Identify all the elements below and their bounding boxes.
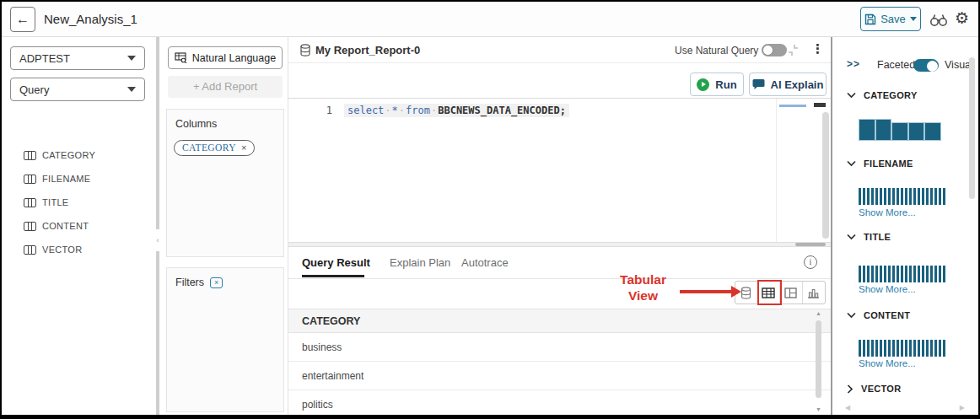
column-list: CATEGORY FILENAME TITLE CONTENT VECTOR — [24, 143, 95, 261]
filters-box-title: Filters — [175, 277, 204, 288]
title-show-more-link[interactable]: Show More... — [859, 284, 916, 294]
result-column-header[interactable]: CATEGORY — [288, 309, 831, 333]
facet-content-header[interactable]: CONTENT — [832, 310, 978, 320]
vertical-splitter[interactable]: ‹ — [154, 37, 161, 415]
minimap-code-mark — [779, 105, 806, 107]
column-item-category[interactable]: CATEGORY — [24, 143, 95, 167]
annotation-highlight-box — [757, 280, 782, 305]
tab-explain-plan[interactable]: Explain Plan — [390, 256, 450, 269]
content-show-more-link[interactable]: Show More... — [859, 358, 916, 368]
tab-autotrace[interactable]: Autotrace — [461, 256, 509, 269]
editor-scrollbar-handle[interactable] — [814, 103, 826, 107]
column-item-label: TITLE — [42, 197, 68, 207]
facet-vector: VECTOR — [832, 384, 978, 394]
facet-filename-header[interactable]: FILENAME — [832, 158, 978, 169]
collapse-editor-icon[interactable] — [787, 44, 800, 56]
result-view-switcher — [735, 281, 826, 304]
save-button-label: Save — [880, 13, 906, 25]
column-item-vector[interactable]: VECTOR — [24, 238, 95, 261]
facet-name: VECTOR — [861, 384, 901, 394]
back-button[interactable]: ← — [10, 7, 35, 32]
facet-title: TITLE — [832, 232, 978, 242]
facet-title-header[interactable]: TITLE — [832, 232, 978, 242]
info-icon[interactable]: i — [804, 255, 817, 269]
facet-name: TITLE — [864, 232, 891, 242]
object-type-dropdown[interactable]: Query — [10, 78, 145, 101]
gear-icon[interactable]: ⚙ — [955, 8, 969, 27]
scrollbar-thumb[interactable] — [969, 57, 975, 199]
column-item-filename[interactable]: FILENAME — [24, 167, 95, 191]
filename-show-more-link[interactable]: Show More... — [859, 207, 916, 218]
scroll-up-icon[interactable]: ▲ — [816, 310, 821, 316]
app-window: ← New_Analysis_1 Save ⚙ ADPTEST Query CA… — [2, 2, 978, 415]
split-view-icon[interactable] — [780, 282, 803, 304]
chip-remove-icon[interactable]: × — [241, 142, 246, 153]
chevron-down-icon — [847, 92, 856, 99]
schema-dropdown[interactable]: ADPTEST — [10, 46, 145, 70]
page-title: New_Analysis_1 — [44, 12, 137, 26]
table-row[interactable]: entertainment — [288, 362, 831, 390]
sql-editor[interactable]: 1 select·*·from·BBCNEWS_DATA_ENCODED; — [288, 98, 831, 242]
facet-filename: FILENAME — [832, 158, 978, 169]
back-arrow-icon: ← — [16, 12, 30, 26]
save-button[interactable]: Save — [860, 7, 921, 31]
collapse-panel-icon[interactable]: >> — [847, 58, 860, 70]
natural-language-icon — [175, 52, 187, 63]
column-chip-label: CATEGORY — [182, 142, 236, 153]
worksheet-area: My Report_Report-0 Use Natural Query ⋮ R… — [288, 37, 831, 415]
report-header: My Report_Report-0 Use Natural Query ⋮ — [288, 37, 831, 63]
splitter-drag-pill[interactable] — [795, 243, 826, 246]
title-histogram[interactable] — [859, 266, 947, 282]
chevron-right-icon — [847, 384, 853, 394]
table-column-icon — [24, 222, 36, 231]
filename-histogram[interactable] — [859, 188, 947, 205]
add-report-button[interactable]: + Add Report — [168, 76, 283, 98]
table-column-icon — [24, 151, 36, 160]
splitter-collapse-handle[interactable]: ‹ — [154, 229, 161, 251]
facet-category-header[interactable]: CATEGORY — [832, 90, 978, 100]
column-item-content[interactable]: CONTENT — [24, 214, 95, 238]
chart-view-icon[interactable] — [803, 282, 825, 304]
facet-panel-scrollbar[interactable] — [969, 56, 976, 408]
ai-explain-label: AI Explain — [771, 78, 824, 91]
natural-query-toggle[interactable] — [762, 44, 787, 56]
chat-bubble-icon — [752, 78, 765, 90]
facet-name: FILENAME — [864, 158, 913, 169]
natural-language-button[interactable]: Natural Language — [168, 46, 283, 69]
report-title: My Report_Report-0 — [315, 44, 420, 56]
report-icon — [300, 44, 310, 56]
facet-vector-header[interactable]: VECTOR — [832, 384, 978, 394]
filters-clear-icon[interactable]: × — [210, 277, 223, 288]
content-histogram[interactable] — [859, 340, 947, 357]
faceted-visual-toggle[interactable] — [913, 59, 939, 72]
tab-query-result[interactable]: Query Result — [302, 256, 370, 269]
column-item-label: CATEGORY — [42, 150, 95, 160]
category-histogram[interactable] — [859, 119, 941, 141]
results-scrollbar-thumb[interactable] — [816, 320, 821, 398]
line-number: 1 — [320, 105, 332, 116]
filters-box: Filters × — [166, 267, 284, 412]
table-row[interactable]: business — [288, 333, 831, 362]
ai-explain-button[interactable]: AI Explain — [749, 73, 827, 96]
scroll-left-icon[interactable]: ◀ — [845, 404, 850, 411]
table-row[interactable]: politics — [288, 390, 831, 415]
active-tab-underline — [302, 275, 364, 277]
column-item-label: CONTENT — [42, 221, 89, 231]
editor-vertical-scrollbar[interactable] — [822, 112, 829, 239]
kebab-menu-icon[interactable]: ⋮ — [811, 41, 824, 56]
facet-name: CONTENT — [864, 310, 910, 320]
run-button[interactable]: Run — [690, 73, 744, 96]
annotation-line2: View — [607, 287, 679, 304]
table-column-icon — [24, 175, 36, 184]
column-chip-category[interactable]: CATEGORY × — [174, 140, 255, 156]
binoculars-icon[interactable] — [929, 11, 948, 28]
scroll-right-icon[interactable]: ▶ — [960, 404, 965, 411]
scroll-down-icon[interactable]: ▼ — [816, 406, 821, 412]
save-dropdown-caret[interactable] — [910, 17, 917, 21]
schema-dropdown-value: ADPTEST — [19, 52, 70, 65]
results-scrollbar[interactable]: ▲ ▼ — [814, 309, 823, 415]
tabular-view-icon[interactable] — [758, 282, 781, 304]
editor-minimap[interactable] — [776, 99, 813, 243]
column-item-title[interactable]: TITLE — [24, 191, 95, 214]
run-button-label: Run — [715, 78, 736, 91]
